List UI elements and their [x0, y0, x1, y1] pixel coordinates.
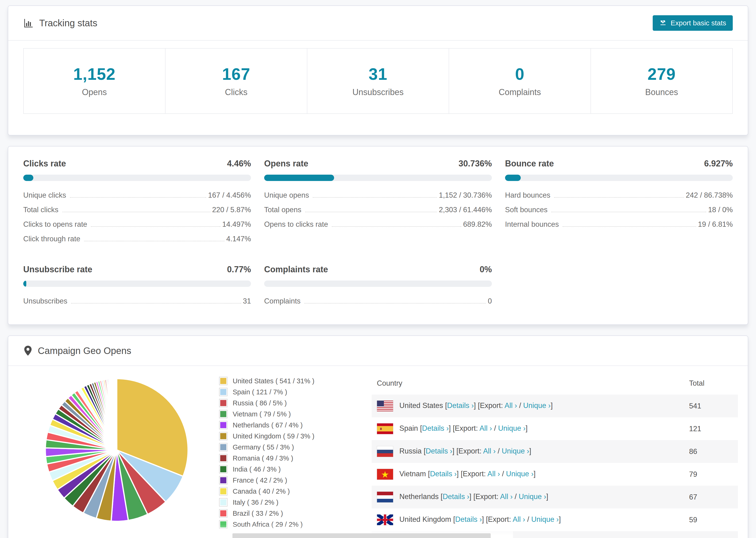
- legend-color-swatch: [219, 465, 228, 473]
- metric-block-bounce-rate: Bounce rate6.927%Hard bounces242 / 86.73…: [505, 159, 733, 246]
- export-all-link[interactable]: All ›: [479, 424, 492, 432]
- details-link[interactable]: Details ›: [443, 493, 469, 501]
- flag-nl-icon: [377, 492, 393, 503]
- tracking-stats-page: Tracking stats Export basic stats 1,152O…: [0, 0, 756, 538]
- geo-country-cell: Spain [Details ›] [Export: All › / Uniqu…: [372, 417, 684, 440]
- geo-opens-pie-chart: [41, 375, 192, 525]
- legend-label: Spain ( 121 / 7% ): [233, 388, 287, 396]
- metric-row: Unique clicks167 / 4.456%: [23, 188, 251, 202]
- metric-row-label: Complaints: [264, 297, 300, 305]
- flag-gb-icon: [377, 514, 393, 525]
- export-icon: [659, 19, 667, 28]
- export-unique-link[interactable]: Unique ›: [519, 493, 546, 501]
- details-link[interactable]: Details ›: [430, 470, 457, 478]
- metric-head: Unsubscribe rate0.77%: [23, 265, 251, 274]
- metric-row-value: 14.497%: [222, 220, 251, 229]
- legend-item-united-kingdom[interactable]: United Kingdom ( 59 / 3% ): [219, 432, 351, 440]
- legend-label: Vietnam ( 79 / 5% ): [233, 410, 291, 418]
- metric-rows: Hard bounces242 / 86.738%Soft bounces18 …: [505, 188, 733, 232]
- country-name: Netherlands: [399, 493, 441, 501]
- details-link[interactable]: Details ›: [447, 402, 474, 409]
- legend-label: Canada ( 40 / 2% ): [233, 488, 290, 495]
- legend-item-russia[interactable]: Russia ( 86 / 5% ): [219, 399, 351, 407]
- metric-row-value: 4.147%: [226, 235, 251, 243]
- metric-rows: Unique clicks167 / 4.456%Total clicks220…: [23, 188, 251, 246]
- summary-stats-row: 1,152Opens167Clicks31Unsubscribes0Compla…: [23, 48, 733, 114]
- export-all-link[interactable]: All ›: [513, 515, 525, 523]
- country-name: United Kingdom: [399, 515, 453, 523]
- bracket: /: [513, 493, 519, 501]
- stat-label: Opens: [82, 87, 107, 97]
- details-link[interactable]: Details ›: [455, 515, 482, 523]
- legend-label: United States ( 541 / 31% ): [233, 377, 314, 385]
- bracket: ]: [546, 493, 548, 501]
- rates-card: Clicks rate4.46%Unique clicks167 / 4.456…: [8, 146, 748, 325]
- map-pin-icon: [23, 345, 33, 356]
- geo-table-header-row: CountryTotal: [372, 372, 738, 395]
- metric-row: Clicks to opens rate14.497%: [23, 217, 251, 232]
- legend-item-canada[interactable]: Canada ( 40 / 2% ): [219, 487, 351, 496]
- export-unique-link[interactable]: Unique ›: [506, 470, 533, 478]
- legend-item-germany[interactable]: Germany ( 55 / 3% ): [219, 443, 351, 452]
- legend-label: Netherlands ( 67 / 4% ): [233, 421, 303, 429]
- metric-title: Complaints rate: [264, 265, 328, 274]
- export-unique-link[interactable]: Unique ›: [523, 402, 551, 409]
- stat-value: 279: [648, 65, 676, 83]
- export-unique-link[interactable]: Unique ›: [498, 424, 525, 432]
- geo-country-cell: Russia [Details ›] [Export: All › / Uniq…: [372, 440, 684, 463]
- metric-row-label: Opens to clicks rate: [264, 220, 328, 229]
- stat-label: Complaints: [499, 87, 541, 97]
- campaign-geo-opens-card: Campaign Geo Opens United States ( 541 /…: [8, 336, 748, 538]
- metric-row-value: 689.82%: [463, 220, 492, 229]
- legend-item-italy[interactable]: Italy ( 36 / 2% ): [219, 498, 351, 507]
- bracket: ] [Export:: [457, 470, 487, 478]
- metric-block-unsubscribe-rate: Unsubscribe rate0.77%Unsubscribes31: [23, 265, 251, 308]
- bracket: ] [Export:: [449, 424, 479, 432]
- geo-country-cell: United Kingdom [Details ›] [Export: All …: [372, 509, 684, 531]
- legend-item-south-africa[interactable]: South Africa ( 29 / 2% ): [219, 520, 351, 529]
- table-row-vn: Vietnam [Details ›] [Export: All › / Uni…: [372, 463, 738, 486]
- legend-item-france[interactable]: France ( 42 / 2% ): [219, 476, 351, 484]
- geo-total-cell: 541: [684, 395, 738, 417]
- legend-color-swatch: [219, 520, 228, 529]
- metric-row: Total opens2,303 / 61.446%: [264, 202, 492, 217]
- country-name: Vietnam: [399, 470, 428, 478]
- bracket: [: [423, 447, 426, 455]
- stat-label: Unsubscribes: [352, 87, 404, 97]
- legend-item-romania[interactable]: Romania ( 49 / 3% ): [219, 454, 351, 462]
- legend-item-brazil[interactable]: Brazil ( 33 / 2% ): [219, 509, 351, 517]
- export-unique-link[interactable]: Unique ›: [531, 515, 559, 523]
- details-link[interactable]: Details ›: [426, 447, 453, 455]
- legend-item-united-states[interactable]: United States ( 541 / 31% ): [219, 377, 351, 385]
- dotted-leader: [563, 226, 696, 227]
- metric-row-label: Total opens: [264, 206, 301, 214]
- country-name: Russia: [399, 447, 423, 455]
- metric-head: Clicks rate4.46%: [23, 159, 251, 169]
- metric-block-clicks-rate: Clicks rate4.46%Unique clicks167 / 4.456…: [23, 159, 251, 246]
- details-link[interactable]: Details ›: [422, 424, 449, 432]
- export-basic-stats-button[interactable]: Export basic stats: [653, 15, 733, 31]
- table-row-nl: Netherlands [Details ›] [Export: All › /…: [372, 486, 738, 509]
- export-unique-link[interactable]: Unique ›: [502, 447, 529, 455]
- legend-item-spain[interactable]: Spain ( 121 / 7% ): [219, 388, 351, 396]
- stat-value: 167: [222, 65, 250, 83]
- metric-head: Bounce rate6.927%: [505, 159, 733, 169]
- export-all-link[interactable]: All ›: [500, 493, 513, 501]
- legend-item-vietnam[interactable]: Vietnam ( 79 / 5% ): [219, 410, 351, 418]
- dotted-leader: [332, 226, 461, 227]
- table-row-ru: Russia [Details ›] [Export: All › / Uniq…: [372, 440, 738, 463]
- progress-track: [23, 281, 251, 287]
- tracking-stats-header: Tracking stats Export basic stats: [8, 6, 748, 41]
- export-all-link[interactable]: All ›: [505, 402, 517, 409]
- legend-item-india[interactable]: India ( 46 / 3% ): [219, 465, 351, 473]
- metric-row: Hard bounces242 / 86.738%: [505, 188, 733, 202]
- legend-item-netherlands[interactable]: Netherlands ( 67 / 4% ): [219, 421, 351, 429]
- flag-es-icon: [377, 423, 393, 434]
- legend-label: Italy ( 36 / 2% ): [233, 499, 279, 506]
- export-all-link[interactable]: All ›: [487, 470, 500, 478]
- bracket: ]: [533, 470, 536, 478]
- export-all-link[interactable]: All ›: [483, 447, 496, 455]
- tracking-stats-title: Tracking stats: [23, 18, 97, 28]
- metric-row-value: 31: [243, 297, 251, 305]
- dotted-leader: [62, 212, 210, 212]
